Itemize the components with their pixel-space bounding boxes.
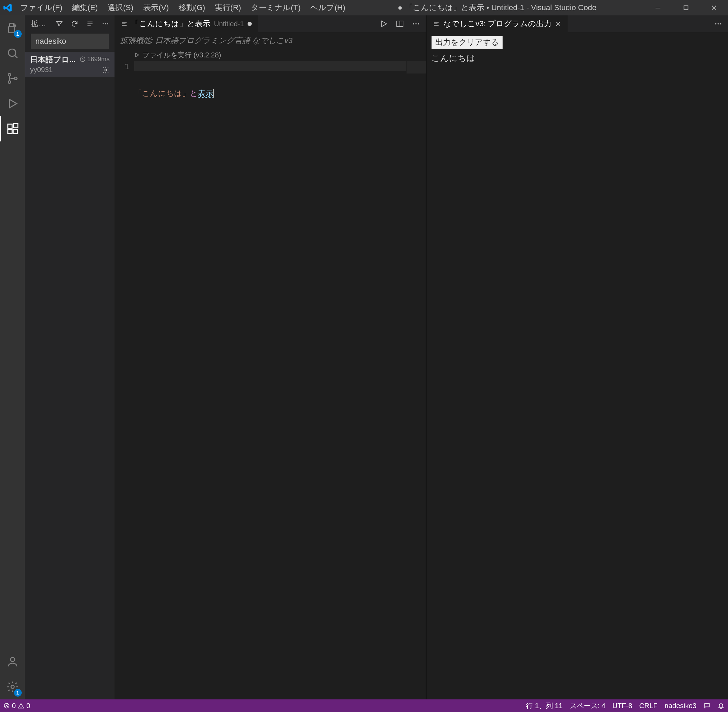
clear-icon[interactable] (84, 18, 96, 30)
menu-run[interactable]: 実行(R) (210, 0, 246, 15)
maximize-button[interactable] (672, 0, 700, 15)
status-language[interactable]: nadesiko3 (661, 699, 700, 712)
background-tab-extension-detail[interactable]: 拡張機能: 日本語プログラミング言語 なでしこv3 (114, 32, 426, 49)
breadcrumb[interactable]: ファイルを実行 (v3.2.28) (114, 49, 426, 61)
tab-actions-right (709, 15, 728, 32)
status-eol[interactable]: CRLF (636, 699, 661, 712)
editor-area: 「こんにちは」と表示 Untitled-1 拡張機 (114, 15, 728, 699)
minimap-viewport[interactable] (407, 61, 426, 74)
svg-point-21 (418, 23, 419, 25)
play-icon (134, 52, 140, 58)
line-gutter: 1 (114, 61, 134, 699)
vscode-logo-icon (0, 0, 15, 15)
svg-rect-0 (655, 8, 660, 8)
svg-point-24 (720, 23, 721, 25)
menu-edit[interactable]: 編集(E) (67, 0, 103, 15)
svg-point-11 (10, 657, 15, 662)
code-content[interactable]: 「こんにちは」と表示 (134, 61, 426, 699)
code-editor[interactable]: 1 「こんにちは」と表示 (114, 61, 426, 699)
tab-code-subtitle: Untitled-1 (214, 20, 244, 28)
more-icon[interactable] (409, 17, 423, 31)
refresh-icon[interactable] (68, 18, 81, 30)
tab-output-title: なでしこv3: プログラムの出力 (443, 19, 551, 29)
svg-rect-2 (8, 27, 15, 33)
line-number: 1 (114, 62, 129, 71)
status-indentation[interactable]: スペース: 4 (566, 699, 609, 712)
menu-go[interactable]: 移動(G) (174, 0, 210, 15)
titlebar: ファイル(F) 編集(E) 選択(S) 表示(V) 移動(G) 実行(R) ター… (0, 0, 728, 15)
more-icon[interactable] (99, 18, 112, 30)
close-tab-icon[interactable] (555, 21, 561, 27)
svg-rect-8 (8, 129, 12, 134)
output-panel: 出力をクリアする こんにちは (426, 32, 728, 699)
svg-rect-1 (684, 6, 688, 9)
tabbar-left: 「こんにちは」と表示 Untitled-1 (114, 15, 426, 32)
menu-file[interactable]: ファイル(F) (15, 0, 67, 15)
dirty-dot-icon (248, 22, 252, 26)
svg-point-19 (413, 23, 414, 25)
token-open-bracket: 「 (134, 88, 142, 99)
editor-group-1: 「こんにちは」と表示 Untitled-1 拡張機 (114, 15, 426, 699)
svg-point-12 (11, 685, 14, 688)
svg-point-15 (107, 24, 108, 25)
status-encoding[interactable]: UTF-8 (609, 699, 636, 712)
sidebar-header: 拡張... (25, 15, 114, 32)
code-line-1: 「こんにちは」と表示 (134, 89, 426, 98)
activity-accounts[interactable] (0, 649, 25, 674)
status-cursor-position[interactable]: 行 1、列 11 (523, 699, 566, 712)
menu-help[interactable]: ヘルプ(H) (305, 0, 350, 15)
activity-search[interactable] (0, 41, 25, 66)
activity-extensions[interactable] (0, 116, 25, 141)
window-title-text: 「こんにちは」と表示 • Untitled-1 - Visual Studio … (405, 3, 596, 13)
status-feedback-icon[interactable] (700, 699, 714, 712)
extension-search-input[interactable] (31, 34, 109, 49)
svg-point-13 (103, 24, 104, 25)
svg-point-5 (8, 81, 11, 84)
clear-output-button[interactable]: 出力をクリアする (431, 36, 503, 49)
status-problems[interactable]: 0 0 (0, 699, 34, 712)
current-line-highlight (134, 61, 406, 71)
extension-list-item[interactable]: 日本語プロ... 1699ms yy0931 (25, 52, 114, 77)
menu-selection[interactable]: 選択(S) (103, 0, 138, 15)
split-editor-icon[interactable] (393, 17, 407, 31)
output-text: こんにちは (431, 52, 723, 64)
extension-gear-icon[interactable] (102, 66, 110, 74)
run-icon[interactable] (377, 17, 391, 31)
close-button[interactable] (700, 0, 728, 15)
status-bell-icon[interactable] (714, 699, 728, 712)
activity-explorer[interactable]: 1 (0, 15, 25, 41)
activity-settings[interactable]: 1 (0, 674, 25, 699)
window-title: ● 「こんにちは」と表示 • Untitled-1 - Visual Studi… (350, 3, 644, 13)
menu-view[interactable]: 表示(V) (138, 0, 174, 15)
error-icon (3, 703, 10, 709)
error-count: 0 (12, 702, 16, 710)
output-file-icon (433, 20, 440, 27)
warning-icon (18, 703, 24, 709)
minimap[interactable] (406, 61, 426, 699)
filter-icon[interactable] (53, 18, 65, 30)
minimize-button[interactable] (644, 0, 672, 15)
more-icon[interactable] (711, 17, 725, 31)
extension-name: 日本語プロ... (30, 55, 76, 65)
menu-terminal[interactable]: ターミナル(T) (246, 0, 305, 15)
extension-activation-time: 1699ms (79, 56, 110, 63)
svg-point-26 (21, 707, 21, 708)
svg-point-23 (718, 23, 719, 25)
tab-code[interactable]: 「こんにちは」と表示 Untitled-1 (114, 15, 259, 32)
svg-point-3 (8, 49, 16, 56)
tabbar-right: なでしこv3: プログラムの出力 (426, 15, 728, 32)
svg-rect-7 (8, 124, 12, 129)
settings-badge: 1 (14, 689, 22, 697)
text-cursor (213, 89, 214, 98)
token-verb: 表示 (198, 88, 213, 99)
svg-rect-9 (13, 129, 17, 134)
editor-group-2: なでしこv3: プログラムの出力 出力をクリアする こんにちは (426, 15, 728, 699)
activity-run-debug[interactable] (0, 91, 25, 116)
menubar: ファイル(F) 編集(E) 選択(S) 表示(V) 移動(G) 実行(R) ター… (15, 0, 350, 15)
activity-source-control[interactable] (0, 66, 25, 91)
tab-output[interactable]: なでしこv3: プログラムの出力 (426, 15, 568, 32)
history-icon (79, 56, 86, 62)
tab-actions-left (374, 15, 426, 32)
dirty-indicator: ● (398, 3, 402, 12)
tab-code-title: 「こんにちは」と表示 (131, 19, 211, 29)
